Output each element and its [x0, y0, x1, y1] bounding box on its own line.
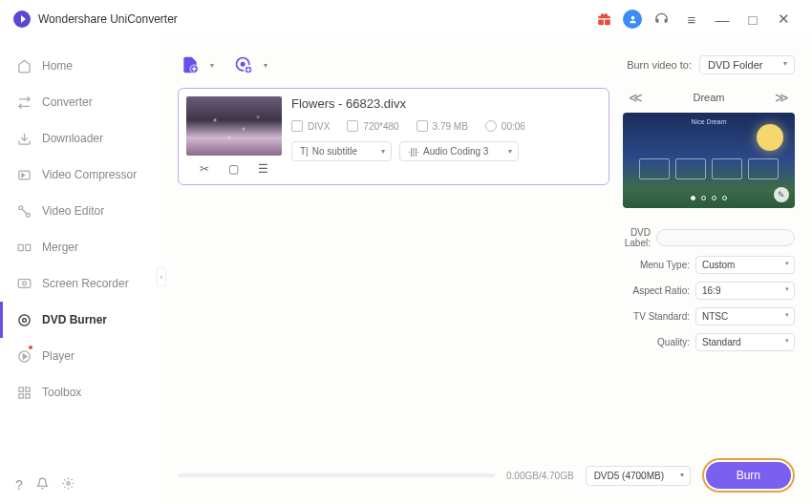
bell-icon[interactable] [36, 477, 49, 493]
settings-panel: DVD Label: Menu Type:Custom Aspect Ratio… [623, 227, 795, 351]
close-icon[interactable]: ✕ [772, 8, 795, 31]
size-text: 0.00GB/4.70GB [506, 471, 574, 481]
subtitle-select[interactable]: T|No subtitle [291, 141, 392, 161]
video-thumbnail[interactable] [186, 96, 282, 156]
sidebar-item-label: Converter [42, 95, 93, 109]
resolution-icon [347, 120, 358, 132]
burn-to-label: Burn video to: [627, 59, 692, 71]
file-size: 3.79 MB [433, 121, 468, 132]
file-resolution: 720*480 [363, 121, 398, 132]
sidebar-item-label: Downloader [42, 132, 103, 145]
svg-point-2 [18, 205, 22, 209]
moon-graphic [757, 124, 783, 151]
home-icon [15, 57, 32, 74]
sidebar-item-toolbox[interactable]: Toolbox [0, 374, 160, 410]
aspect-ratio-label: Aspect Ratio: [623, 285, 690, 296]
template-preview[interactable]: Nice Dream ✎ [623, 113, 795, 208]
template-nav: ≪ Dream ≫ [623, 88, 795, 107]
thumb-tools: ✂ ▢ ☰ [186, 156, 282, 177]
notification-dot [29, 346, 32, 349]
player-icon [15, 347, 32, 365]
user-icon[interactable] [623, 10, 642, 29]
svg-point-0 [630, 15, 634, 19]
svg-point-18 [242, 63, 245, 66]
svg-point-8 [18, 314, 29, 325]
editor-icon [15, 202, 32, 220]
downloader-icon [15, 130, 32, 147]
sidebar-item-converter[interactable]: Converter [0, 84, 160, 120]
file-card[interactable]: ✂ ▢ ☰ Flowers - 66823.divx DIVX 720*480 … [178, 88, 609, 185]
effects-icon[interactable]: ☰ [256, 161, 271, 177]
burn-button-highlight: Burn [702, 458, 795, 493]
format-icon [291, 120, 303, 132]
burn-to-select[interactable]: DVD Folder [699, 55, 795, 74]
headset-icon[interactable] [650, 8, 673, 31]
sidebar-item-recorder[interactable]: Screen Recorder [0, 265, 160, 302]
file-name: Flowers - 66823.divx [291, 96, 601, 111]
app-logo [13, 10, 31, 28]
sidebar-item-home[interactable]: Home [0, 48, 160, 84]
svg-rect-14 [25, 393, 29, 397]
merger-icon [15, 239, 32, 256]
sidebar-item-label: Toolbox [42, 386, 81, 399]
burn-to-section: Burn video to: DVD Folder [627, 55, 795, 74]
sidebar-item-downloader[interactable]: Downloader [0, 120, 160, 157]
svg-point-7 [22, 282, 26, 285]
svg-rect-5 [25, 244, 30, 250]
menu-type-select[interactable]: Custom [695, 256, 795, 274]
add-file-button[interactable] [178, 52, 203, 77]
content: Burn video to: DVD Folder ✂ ▢ ☰ [160, 38, 812, 504]
sidebar-item-compressor[interactable]: Video Compressor [0, 157, 160, 193]
burner-icon [15, 311, 32, 328]
svg-rect-13 [18, 393, 22, 397]
sidebar-item-label: Video Compressor [42, 168, 137, 181]
gift-icon[interactable] [592, 8, 615, 31]
template-next-button[interactable]: ≫ [769, 88, 795, 107]
converter-icon [15, 94, 32, 111]
trim-icon[interactable]: ✂ [197, 161, 212, 177]
sidebar-item-label: Video Editor [42, 204, 104, 218]
disc-select[interactable]: DVD5 (4700MB) [586, 466, 691, 486]
sidebar-item-label: DVD Burner [42, 313, 107, 326]
sidebar-item-label: Merger [42, 241, 78, 254]
svg-point-3 [26, 213, 30, 217]
collapse-sidebar-button[interactable]: ‹ [157, 267, 166, 286]
help-icon[interactable]: ? [15, 477, 23, 493]
sidebar-footer: ? [0, 466, 160, 504]
burn-button[interactable]: Burn [706, 462, 791, 489]
progress-bar [178, 473, 495, 477]
minimize-icon[interactable]: — [711, 8, 734, 31]
duration-icon [485, 120, 497, 132]
maximize-icon[interactable]: □ [741, 8, 764, 31]
quality-select[interactable]: Standard [695, 333, 795, 351]
file-format: DIVX [308, 121, 330, 132]
sidebar-item-label: Screen Recorder [42, 277, 129, 290]
edit-template-icon[interactable]: ✎ [774, 187, 789, 202]
tv-standard-select[interactable]: NTSC [695, 307, 795, 326]
crop-icon[interactable]: ▢ [226, 161, 242, 177]
template-prev-button[interactable]: ≪ [623, 88, 649, 107]
sidebar-item-label: Player [42, 349, 75, 363]
dvd-label-label: DVD Label: [623, 227, 651, 248]
sidebar-item-player[interactable]: Player [0, 338, 160, 374]
sidebar-item-burner[interactable]: DVD Burner [0, 302, 160, 338]
footer: 0.00GB/4.70GB DVD5 (4700MB) Burn [178, 449, 795, 493]
audio-select[interactable]: ·|||·Audio Coding 3 [399, 141, 519, 161]
menu-icon[interactable]: ≡ [680, 8, 703, 31]
svg-rect-6 [18, 279, 31, 287]
app-title: Wondershare UniConverter [38, 12, 178, 26]
nav: Home Converter Downloader Video Compress… [0, 38, 160, 466]
aspect-ratio-select[interactable]: 16:9 [695, 282, 795, 300]
sidebar-item-merger[interactable]: Merger [0, 229, 160, 265]
menu-type-label: Menu Type: [623, 260, 690, 270]
toolbar: Burn video to: DVD Folder [178, 50, 795, 80]
sidebar-item-editor[interactable]: Video Editor [0, 193, 160, 229]
add-disc-button[interactable] [231, 52, 256, 77]
settings-icon[interactable] [62, 477, 75, 493]
svg-rect-4 [18, 244, 23, 250]
dvd-label-input[interactable] [656, 229, 795, 246]
template-name: Dream [693, 92, 724, 103]
file-area: ✂ ▢ ☰ Flowers - 66823.divx DIVX 720*480 … [178, 88, 609, 449]
svg-point-9 [22, 318, 26, 322]
compressor-icon [15, 166, 32, 183]
